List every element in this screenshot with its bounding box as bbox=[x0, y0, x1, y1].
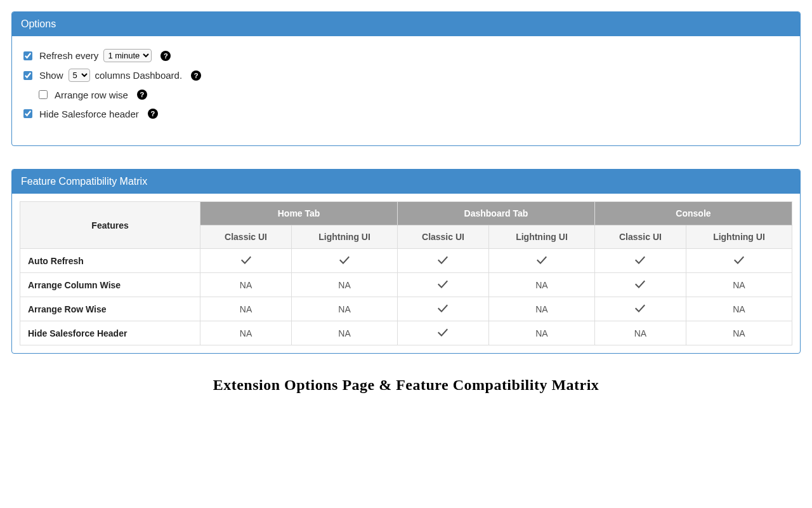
check-icon bbox=[537, 256, 547, 266]
show-columns-label-pre: Show bbox=[39, 70, 63, 81]
check-icon bbox=[438, 328, 448, 338]
header-sub: Lightning UI bbox=[292, 225, 398, 249]
table-row: Auto Refresh bbox=[20, 249, 792, 273]
refresh-checkbox[interactable] bbox=[23, 51, 32, 60]
feature-cell bbox=[398, 273, 489, 297]
options-panel-body: Refresh every 1 minute ? Show 5 columns … bbox=[12, 36, 800, 145]
check-icon bbox=[438, 280, 448, 290]
check-icon bbox=[339, 256, 350, 266]
feature-cell bbox=[686, 249, 792, 273]
check-icon bbox=[635, 256, 645, 266]
feature-cell bbox=[594, 249, 686, 273]
options-panel-title: Options bbox=[12, 12, 800, 36]
feature-name-cell: Hide Salesforce Header bbox=[20, 321, 200, 345]
feature-cell: NA bbox=[594, 321, 686, 345]
feature-cell: NA bbox=[488, 273, 594, 297]
refresh-option-row: Refresh every 1 minute ? bbox=[21, 49, 791, 62]
arrange-row-option-row: Arrange row wise ? bbox=[21, 88, 791, 101]
show-columns-checkbox[interactable] bbox=[23, 71, 32, 80]
header-group-dashboard: Dashboard Tab bbox=[398, 202, 595, 225]
header-group-home: Home Tab bbox=[200, 202, 398, 225]
table-row: Arrange Column WiseNANANANA bbox=[20, 273, 792, 297]
refresh-label-pre: Refresh every bbox=[39, 50, 98, 61]
feature-cell: NA bbox=[686, 321, 792, 345]
feature-cell: NA bbox=[686, 297, 792, 321]
feature-cell bbox=[594, 273, 686, 297]
help-icon[interactable]: ? bbox=[148, 109, 158, 119]
feature-cell bbox=[398, 321, 489, 345]
feature-cell: NA bbox=[292, 273, 398, 297]
options-panel: Options Refresh every 1 minute ? Show 5 … bbox=[11, 11, 801, 146]
feature-cell bbox=[594, 297, 686, 321]
help-icon[interactable]: ? bbox=[191, 70, 201, 81]
feature-name-cell: Arrange Row Wise bbox=[20, 297, 200, 321]
header-sub: Lightning UI bbox=[488, 225, 594, 249]
feature-cell: NA bbox=[488, 321, 594, 345]
feature-cell: NA bbox=[292, 297, 398, 321]
header-sub: Classic UI bbox=[594, 225, 686, 249]
matrix-panel-title: Feature Compatibility Matrix bbox=[12, 170, 800, 194]
feature-cell bbox=[200, 249, 292, 273]
show-columns-label-post: columns Dashboard. bbox=[95, 70, 183, 81]
arrange-row-label: Arrange row wise bbox=[55, 90, 128, 100]
matrix-panel: Feature Compatibility Matrix Features Ho… bbox=[11, 169, 801, 354]
check-icon bbox=[734, 256, 744, 266]
table-row: Arrange Row WiseNANANANA bbox=[20, 297, 792, 321]
header-features: Features bbox=[20, 202, 200, 249]
feature-cell bbox=[398, 297, 489, 321]
feature-name-cell: Arrange Column Wise bbox=[20, 273, 200, 297]
feature-cell: NA bbox=[200, 273, 292, 297]
table-row: Hide Salesforce HeaderNANANANANA bbox=[20, 321, 792, 345]
header-sub: Classic UI bbox=[200, 225, 292, 249]
compatibility-table: Features Home Tab Dashboard Tab Console … bbox=[20, 201, 792, 345]
feature-cell: NA bbox=[686, 273, 792, 297]
header-sub: Classic UI bbox=[398, 225, 489, 249]
help-icon[interactable]: ? bbox=[137, 90, 147, 100]
feature-cell bbox=[398, 249, 489, 273]
feature-cell: NA bbox=[488, 297, 594, 321]
page-caption: Extension Options Page & Feature Compati… bbox=[11, 377, 801, 394]
columns-count-select[interactable]: 5 bbox=[69, 69, 90, 82]
header-group-console: Console bbox=[594, 202, 792, 225]
header-sub: Lightning UI bbox=[686, 225, 792, 249]
feature-cell: NA bbox=[200, 321, 292, 345]
feature-cell: NA bbox=[200, 297, 292, 321]
check-icon bbox=[635, 304, 645, 314]
help-icon[interactable]: ? bbox=[160, 51, 171, 61]
check-icon bbox=[438, 256, 448, 266]
arrange-row-checkbox[interactable] bbox=[39, 90, 48, 99]
feature-cell bbox=[292, 249, 398, 273]
check-icon bbox=[241, 256, 251, 266]
refresh-interval-select[interactable]: 1 minute bbox=[103, 49, 152, 62]
hide-header-label: Hide Salesforce header bbox=[39, 109, 139, 119]
show-columns-option-row: Show 5 columns Dashboard. ? bbox=[21, 69, 791, 82]
hide-header-checkbox[interactable] bbox=[23, 109, 32, 118]
feature-cell bbox=[488, 249, 594, 273]
feature-name-cell: Auto Refresh bbox=[20, 249, 200, 273]
check-icon bbox=[635, 280, 645, 290]
feature-cell: NA bbox=[292, 321, 398, 345]
hide-header-option-row: Hide Salesforce header ? bbox=[21, 107, 791, 120]
check-icon bbox=[438, 304, 448, 314]
matrix-wrap: Features Home Tab Dashboard Tab Console … bbox=[12, 194, 800, 353]
